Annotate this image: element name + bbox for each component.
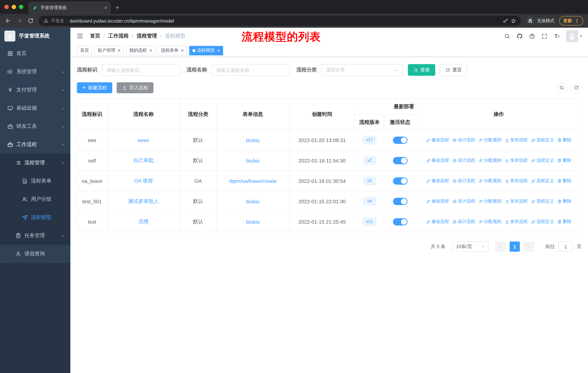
action-modify-process[interactable]: 修改流程	[426, 157, 449, 163]
action-modify-process[interactable]: 修改流程	[426, 198, 449, 204]
action-assign-rules[interactable]: 分配规则	[478, 178, 501, 184]
search-button[interactable]: 搜索	[408, 64, 435, 76]
action-process-definition[interactable]: 流程定义	[531, 178, 554, 184]
process-name-link[interactable]: 滔博	[138, 218, 148, 224]
fullscreen-icon[interactable]	[542, 33, 548, 39]
form-info-link[interactable]: biubiu	[246, 158, 260, 163]
tag-close-icon[interactable]: ×	[217, 48, 220, 53]
sidebar-item-user-group[interactable]: 用户分组	[0, 190, 70, 208]
active-toggle[interactable]	[393, 218, 407, 225]
action-modify-process[interactable]: 修改流程	[426, 219, 449, 225]
form-info-link[interactable]: biubiu	[246, 219, 260, 225]
action-publish-process[interactable]: 发布流程	[505, 198, 528, 204]
goto-page-input[interactable]	[558, 242, 573, 252]
prev-page-button[interactable]	[495, 242, 506, 252]
minimize-window-button[interactable]	[12, 5, 16, 9]
view-tag[interactable]: 流程表单×	[158, 46, 187, 55]
form-info-link[interactable]: /bpm/oa/leave/create	[229, 178, 277, 184]
action-process-definition[interactable]: 流程定义	[531, 219, 554, 225]
menu-kebab-icon[interactable]: ⋮	[575, 18, 579, 23]
fontsize-icon[interactable]: TT	[554, 33, 560, 39]
action-delete[interactable]: 删除	[557, 178, 571, 184]
forward-icon[interactable]	[16, 18, 23, 24]
browser-tab[interactable]: 芋道管理系统 ×	[28, 1, 111, 14]
user-avatar[interactable]: ▾	[566, 30, 582, 42]
process-id-input[interactable]	[102, 64, 180, 76]
close-window-button[interactable]	[4, 5, 9, 9]
view-tag[interactable]: 我的流程×	[126, 46, 155, 55]
action-assign-rules[interactable]: 分配规则	[478, 137, 501, 143]
action-assign-rules[interactable]: 分配规则	[478, 157, 501, 163]
action-process-definition[interactable]: 流程定义	[531, 137, 554, 143]
action-process-definition[interactable]: 流程定义	[531, 157, 554, 163]
action-publish-process[interactable]: 发布流程	[505, 219, 528, 225]
form-info-link[interactable]: biubiu	[246, 198, 260, 204]
tag-close-icon[interactable]: ×	[181, 48, 184, 53]
page-number-1[interactable]: 1	[510, 242, 520, 252]
tag-close-icon[interactable]: ×	[149, 48, 152, 53]
sidebar-item-system-management[interactable]: 系统管理	[0, 63, 70, 81]
reload-icon[interactable]	[27, 18, 34, 24]
action-modify-process[interactable]: 修改流程	[426, 137, 449, 143]
sidebar-item-process-management[interactable]: 流程管理	[0, 154, 70, 172]
view-tag[interactable]: 流程模型×	[189, 46, 223, 55]
action-publish-process[interactable]: 发布流程	[505, 157, 528, 163]
hamburger-icon[interactable]	[76, 32, 84, 40]
process-name-link[interactable]: 测试多审批人	[128, 198, 159, 204]
active-toggle[interactable]	[393, 198, 407, 205]
question-icon[interactable]	[529, 33, 535, 39]
page-size-select[interactable]: 10条/页	[452, 242, 488, 252]
action-assign-rules[interactable]: 分配规则	[478, 219, 501, 225]
sidebar-item-process-model[interactable]: 流程模型	[0, 208, 70, 227]
action-design-process[interactable]: 设计流程	[452, 198, 475, 204]
process-name-input[interactable]	[211, 64, 290, 76]
active-toggle[interactable]	[393, 136, 407, 144]
update-button[interactable]: 更新 ⋮	[559, 16, 583, 26]
view-tag[interactable]: 租户管理×	[94, 46, 124, 55]
sidebar-item-payment-management[interactable]: ¥支付管理	[0, 81, 70, 99]
active-toggle[interactable]	[393, 177, 407, 184]
form-info-link[interactable]: biubiu	[246, 137, 260, 143]
action-delete[interactable]: 删除	[557, 219, 571, 225]
import-process-button[interactable]: 导入流程	[117, 82, 154, 93]
breadcrumb-item[interactable]: 流程管理	[137, 33, 157, 39]
zoom-window-button[interactable]	[19, 5, 23, 9]
next-page-button[interactable]	[524, 242, 535, 252]
action-modify-process[interactable]: 修改流程	[426, 178, 449, 184]
sidebar-item-dev-tools[interactable]: 研发工具	[0, 117, 70, 135]
breadcrumb-item[interactable]: 首页	[90, 33, 100, 39]
sidebar-item-task-management[interactable]: 任务管理	[0, 227, 70, 245]
action-design-process[interactable]: 设计流程	[452, 178, 475, 184]
toggle-search-button[interactable]	[557, 83, 567, 93]
action-delete[interactable]: 删除	[557, 157, 571, 163]
sidebar-item-workflow[interactable]: 工作流程	[0, 135, 70, 154]
action-delete[interactable]: 删除	[557, 137, 571, 143]
tab-close-icon[interactable]: ×	[104, 5, 107, 10]
create-process-button[interactable]: + 新建流程	[77, 82, 113, 93]
password-key-icon[interactable]	[503, 18, 508, 23]
process-name-link[interactable]: 自己审批	[133, 157, 154, 163]
breadcrumb-item[interactable]: 工作流程	[108, 33, 129, 39]
action-design-process[interactable]: 设计流程	[452, 219, 475, 225]
sidebar-item-process-form[interactable]: 流程表单	[0, 172, 70, 190]
address-bar[interactable]: 不安全 dashboard.yudao.iocoder.cn/bpm/manag…	[39, 16, 521, 26]
search-icon[interactable]	[504, 33, 511, 39]
category-select[interactable]: 流程分类	[321, 64, 403, 76]
action-publish-process[interactable]: 发布流程	[505, 137, 528, 143]
new-tab-button[interactable]: +	[112, 2, 123, 13]
action-design-process[interactable]: 设计流程	[452, 137, 475, 143]
tag-close-icon[interactable]: ×	[118, 48, 120, 53]
action-assign-rules[interactable]: 分配规则	[478, 198, 501, 204]
action-design-process[interactable]: 设计流程	[452, 157, 475, 163]
reset-button[interactable]: 重置	[440, 64, 468, 76]
bookmark-star-icon[interactable]	[511, 18, 516, 23]
sidebar-item-home[interactable]: 首页	[0, 44, 70, 63]
view-tag[interactable]: 首页	[77, 46, 92, 55]
sidebar-item-infrastructure[interactable]: 基础设施	[0, 99, 70, 117]
action-delete[interactable]: 删除	[557, 198, 571, 204]
process-name-link[interactable]: OA 请假	[134, 178, 153, 183]
github-icon[interactable]	[517, 33, 523, 39]
action-publish-process[interactable]: 发布流程	[505, 178, 528, 184]
sidebar-item-leave-query[interactable]: 请假查询	[0, 245, 70, 263]
action-process-definition[interactable]: 流程定义	[531, 198, 554, 204]
